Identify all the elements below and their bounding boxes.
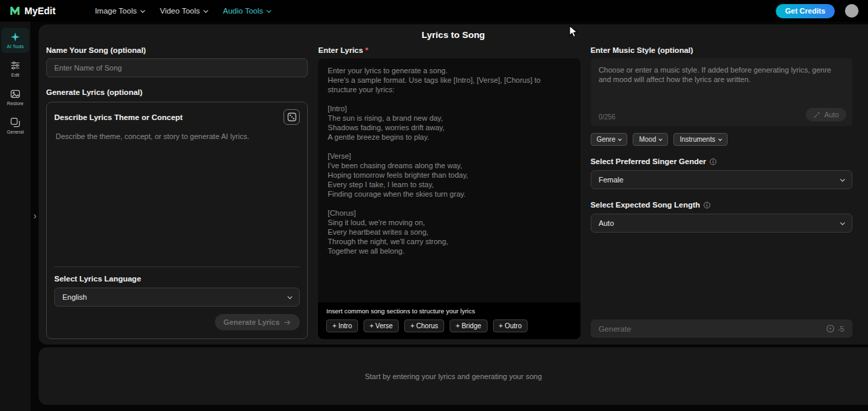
chevron-down-icon [840, 176, 845, 181]
mood-chip[interactable]: Mood [633, 133, 668, 146]
primary-nav: Image Tools Video Tools Audio Tools [95, 7, 271, 15]
arrow-right-icon [283, 319, 291, 326]
instruments-chip-label: Instruments [679, 136, 715, 143]
chip-bridge[interactable]: + Bridge [450, 319, 488, 332]
song-name-input[interactable] [46, 58, 308, 77]
required-asterisk: * [365, 46, 368, 54]
chevron-down-icon [203, 7, 208, 12]
sidebar-item-label: Edit [11, 73, 19, 77]
sidebar-item-label: General [7, 130, 24, 134]
nav-item-label: Image Tools [95, 7, 137, 15]
sidebar-item-ai-tools[interactable]: AI Tools [1, 28, 29, 53]
song-name-label: Name Your Song (optional) [46, 46, 308, 54]
ai-tools-icon [10, 32, 20, 42]
mood-chip-label: Mood [639, 136, 656, 143]
sections-hint: Insert common song sections to structure… [326, 307, 572, 315]
generate-lyrics-button-label: Generate Lyrics [224, 318, 280, 326]
dice-icon [288, 113, 296, 121]
theme-card-title: Describe Lyrics Theme or Concept [54, 113, 182, 121]
sidebar-expand-handle[interactable]: › [31, 207, 39, 224]
music-style-label: Enter Music Style (optional) [591, 46, 852, 54]
song-length-value: Auto [599, 219, 614, 227]
chevron-down-icon [140, 7, 145, 12]
song-length-label: Select Expected Song Length [591, 201, 852, 209]
singer-gender-select[interactable]: Female [591, 170, 852, 189]
music-style-column: Enter Music Style (optional) 0/256 Auto … [591, 46, 852, 339]
restore-icon [10, 89, 20, 99]
edit-icon [10, 60, 20, 71]
get-credits-button[interactable]: Get Credits [776, 4, 835, 18]
lyrics-language-select[interactable]: English [54, 288, 300, 307]
instruments-chip[interactable]: Instruments [673, 133, 727, 146]
wand-icon [813, 111, 821, 119]
char-counter: 0/256 [599, 113, 616, 121]
page-title: Lyrics to Song [39, 30, 868, 40]
myedit-logo-icon [9, 5, 20, 16]
enter-lyrics-label-row: Enter Lyrics * [318, 46, 580, 54]
sidebar-item-general[interactable]: General [1, 113, 29, 138]
main-panel: Lyrics to Song Name Your Song (optional)… [39, 24, 868, 345]
auto-style-button[interactable]: Auto [806, 108, 846, 121]
top-navbar: MyEdit Image Tools Video Tools Audio Too… [0, 0, 868, 22]
genre-chip[interactable]: Genre [591, 133, 628, 146]
auto-button-label: Auto [824, 111, 839, 119]
music-chips-row: Genre Mood Instruments [591, 133, 852, 146]
credit-cost: -5 [826, 324, 844, 333]
song-length-select[interactable]: Auto [591, 214, 852, 233]
chevron-down-icon [288, 294, 292, 298]
chevron-down-icon [267, 7, 271, 12]
brand-name: MyEdit [24, 5, 56, 16]
result-hint: Start by entering your lyrics and genera… [365, 372, 542, 380]
chip-outro[interactable]: + Outro [493, 319, 528, 332]
chip-intro[interactable]: + Intro [326, 319, 358, 332]
sidebar: AI Tools Edit Restore General [0, 22, 31, 411]
nav-item-video-tools[interactable]: Video Tools [160, 7, 208, 15]
singer-gender-label: Select Preferred Singer Gender [591, 157, 852, 165]
nav-item-audio-tools[interactable]: Audio Tools [223, 7, 271, 15]
song-name-column: Name Your Song (optional) Generate Lyric… [46, 46, 308, 339]
song-sections-bar: Insert common song sections to structure… [318, 302, 580, 339]
credit-coin-icon [826, 324, 835, 333]
info-icon[interactable] [709, 158, 717, 165]
singer-gender-value: Female [599, 176, 624, 184]
nav-item-label: Audio Tools [223, 7, 263, 15]
info-icon[interactable] [703, 201, 711, 209]
credit-cost-value: -5 [837, 325, 844, 333]
chevron-down-icon [840, 220, 845, 224]
chevron-down-icon [659, 137, 663, 141]
chip-verse[interactable]: + Verse [363, 319, 399, 332]
chevron-down-icon [718, 137, 722, 141]
nav-item-image-tools[interactable]: Image Tools [95, 7, 144, 15]
lyrics-input-box[interactable]: Enter your lyrics to generate a song. He… [318, 58, 580, 339]
navbar-right: Get Credits [776, 4, 859, 18]
general-icon [10, 117, 20, 128]
lyrics-column: Enter Lyrics * Enter your lyrics to gene… [318, 46, 580, 339]
brand[interactable]: MyEdit [9, 5, 56, 16]
genre-chip-label: Genre [597, 136, 616, 143]
avatar[interactable] [845, 4, 859, 18]
lyrics-language-value: English [62, 293, 87, 301]
chip-chorus[interactable]: + Chorus [404, 319, 444, 332]
result-panel: Start by entering your lyrics and genera… [39, 347, 868, 405]
music-style-box[interactable]: 0/256 Auto [591, 58, 852, 126]
theme-card-header: Describe Lyrics Theme or Concept [54, 109, 300, 125]
generate-lyrics-label: Generate Lyrics (optional) [46, 88, 308, 96]
sidebar-item-restore[interactable]: Restore [1, 85, 29, 110]
lyrics-language-label: Select Lyrics Language [54, 275, 300, 283]
enter-lyrics-label: Enter Lyrics [318, 46, 363, 54]
chevron-right-icon: › [33, 210, 37, 221]
music-style-input[interactable] [591, 58, 852, 100]
columns: Name Your Song (optional) Generate Lyric… [39, 40, 868, 345]
sidebar-item-edit[interactable]: Edit [1, 56, 29, 81]
sidebar-item-label: AI Tools [7, 44, 24, 49]
section-chips-row: + Intro + Verse + Chorus + Bridge + Outr… [326, 319, 572, 332]
sidebar-item-label: Restore [7, 101, 24, 106]
generate-lyrics-button[interactable]: Generate Lyrics [215, 314, 300, 330]
generate-button-label: Generate [599, 325, 631, 333]
generate-button[interactable]: Generate -5 [591, 319, 852, 338]
lyrics-theme-card: Describe Lyrics Theme or Concept Select … [46, 102, 308, 339]
inspire-dice-button[interactable] [283, 109, 300, 125]
nav-item-label: Video Tools [160, 7, 200, 15]
chevron-down-icon [618, 137, 623, 141]
theme-input[interactable] [54, 130, 300, 267]
